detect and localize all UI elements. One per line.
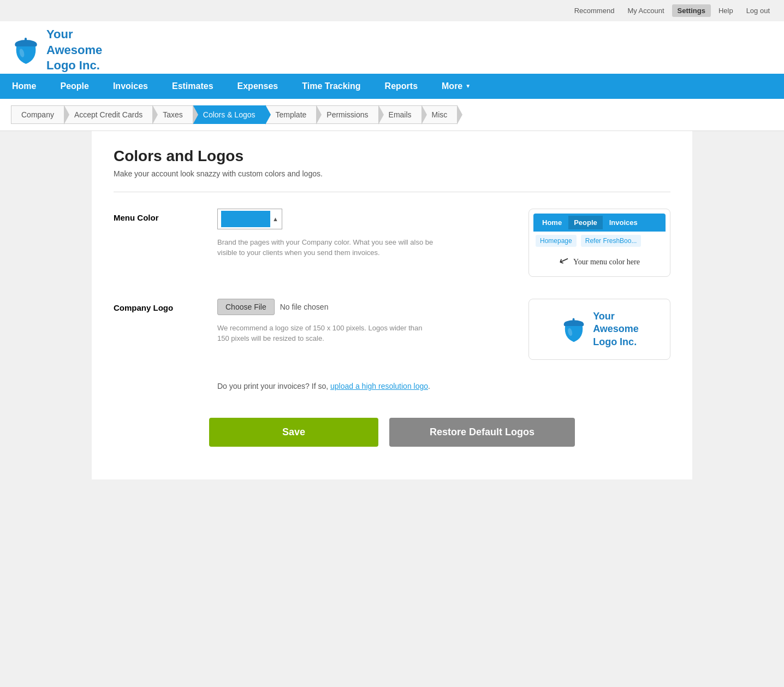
logo-description: We recommend a logo size of 150 x 100 pi…: [217, 323, 436, 344]
logo-acorn-icon: [11, 32, 41, 68]
tab-company[interactable]: Company: [11, 105, 64, 124]
print-notice: Do you print your invoices? If so, uploa…: [217, 382, 670, 390]
annotation-arrow-icon: ↙: [557, 252, 571, 269]
logo-area: YourAwesomeLogo Inc.: [11, 27, 102, 74]
restore-default-logos-button[interactable]: Restore Default Logos: [389, 418, 575, 447]
preview-nav-people: People: [568, 216, 603, 229]
tab-emails[interactable]: Emails: [378, 105, 422, 124]
menu-color-description: Brand the pages with your Company color.…: [217, 237, 436, 258]
preview-nav-invoices: Invoices: [604, 216, 643, 229]
tab-taxes[interactable]: Taxes: [152, 105, 193, 124]
nav-expenses[interactable]: Expenses: [225, 74, 290, 99]
tab-misc[interactable]: Misc: [421, 105, 458, 124]
tab-colors-logos[interactable]: Colors & Logos: [193, 105, 266, 124]
action-buttons: Save Restore Default Logos: [114, 407, 670, 463]
section-divider: [114, 192, 670, 192]
nav-people[interactable]: People: [48, 74, 100, 99]
svg-rect-2: [25, 38, 27, 44]
svg-rect-6: [573, 318, 575, 324]
preview-sub-refer: Refer FreshBoo...: [581, 235, 642, 247]
more-dropdown-icon: ▼: [465, 83, 471, 89]
logout-link[interactable]: Log out: [741, 4, 775, 17]
nav-home[interactable]: Home: [0, 74, 48, 99]
logo-preview-col: YourAwesomeLogo Inc.: [528, 299, 670, 360]
color-picker-button[interactable]: ▲: [217, 209, 282, 229]
company-logo-label: Company Logo: [114, 299, 201, 312]
file-input-row: Choose File No file chosen: [217, 299, 512, 315]
top-bar: Recommend My Account Settings Help Log o…: [0, 0, 784, 21]
page-title: Colors and Logos: [114, 147, 670, 165]
tab-template[interactable]: Template: [265, 105, 317, 124]
settings-tabs: Company Accept Credit Cards Taxes Colors…: [0, 99, 784, 131]
menu-preview-box: Home People Invoices Homepage Refer Fres…: [528, 209, 670, 277]
nav-estimates[interactable]: Estimates: [160, 74, 225, 99]
my-account-link[interactable]: My Account: [622, 4, 669, 17]
nav-invoices[interactable]: Invoices: [101, 74, 160, 99]
company-logo-section: Company Logo Choose File No file chosen …: [114, 299, 670, 360]
help-link[interactable]: Help: [713, 4, 739, 17]
color-swatch: [221, 211, 270, 227]
nav-more[interactable]: More ▼: [430, 74, 483, 99]
preview-annotation: ↙ Your menu color here: [533, 249, 666, 272]
main-nav: Home People Invoices Estimates Expenses …: [0, 74, 784, 99]
header: YourAwesomeLogo Inc.: [0, 21, 784, 74]
choose-file-button[interactable]: Choose File: [217, 299, 275, 315]
preview-nav-bar: Home People Invoices: [533, 214, 666, 232]
preview-logo-text: YourAwesomeLogo Inc.: [593, 310, 639, 348]
logo-text: YourAwesomeLogo Inc.: [46, 27, 102, 74]
preview-acorn-icon: [560, 313, 587, 346]
nav-reports[interactable]: Reports: [373, 74, 430, 99]
page-subtitle: Make your account look snazzy with custo…: [114, 169, 670, 178]
preview-sub-homepage: Homepage: [536, 235, 577, 247]
save-button[interactable]: Save: [209, 418, 378, 447]
tab-permissions[interactable]: Permissions: [316, 105, 378, 124]
preview-nav-home: Home: [537, 216, 567, 229]
nav-time-tracking[interactable]: Time Tracking: [290, 74, 372, 99]
color-arrow-icon: ▲: [272, 216, 278, 222]
company-logo-field: Choose File No file chosen We recommend …: [217, 299, 512, 344]
no-file-text: No file chosen: [280, 303, 329, 311]
preview-sub-nav: Homepage Refer FreshBoo...: [533, 235, 666, 249]
tab-accept-credit-cards[interactable]: Accept Credit Cards: [64, 105, 153, 124]
menu-color-preview: Home People Invoices Homepage Refer Fres…: [528, 209, 670, 277]
menu-color-label: Menu Color: [114, 209, 201, 222]
upload-hires-link[interactable]: upload a high resolution logo: [330, 382, 428, 390]
settings-link[interactable]: Settings: [672, 4, 711, 17]
recommend-link[interactable]: Recommend: [569, 4, 620, 17]
main-content: Colors and Logos Make your account look …: [92, 131, 692, 479]
menu-color-field: ▲ Brand the pages with your Company colo…: [217, 209, 512, 258]
logo-preview-box: YourAwesomeLogo Inc.: [528, 299, 670, 360]
menu-color-section: Menu Color ▲ Brand the pages with your C…: [114, 209, 670, 277]
